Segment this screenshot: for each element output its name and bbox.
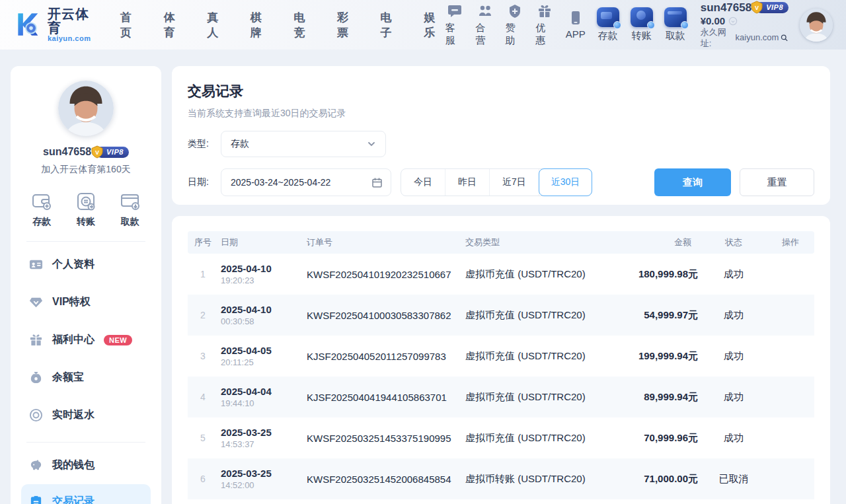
time-value: 14:52:00 xyxy=(221,480,254,490)
col-amount: 金额 xyxy=(598,236,701,248)
row-amount: 54,999.97元 xyxy=(598,309,701,322)
nav-live[interactable]: 真人 xyxy=(207,10,229,40)
reset-button[interactable]: 重置 xyxy=(740,168,814,196)
topbar: 开云体育 kaiyun.com 首页 体育 真人 棋牌 电竞 彩票 电子 娱乐 … xyxy=(0,0,846,50)
row-index: 3 xyxy=(188,351,218,361)
customer-service-button[interactable]: 客服 xyxy=(445,3,464,47)
type-select-value: 存款 xyxy=(231,138,249,150)
type-select[interactable]: 存款 xyxy=(221,131,386,157)
date-range-picker[interactable] xyxy=(221,168,391,196)
deposit-icon xyxy=(597,7,619,27)
row-date: 2025-04-0419:44:10 xyxy=(218,386,304,408)
sidebar-item-wallet-label: 我的钱包 xyxy=(52,458,95,472)
time-value: 19:20:23 xyxy=(221,275,254,285)
sponsor-label: 赞助 xyxy=(506,22,524,47)
partners-label: 合营 xyxy=(475,22,494,47)
sidebar-item-transaction-records[interactable]: 交易记录 xyxy=(21,484,151,504)
records-table-panel: 序号 日期 订单号 交易类型 金额 状态 操作 1 2025-04-1019:2… xyxy=(172,216,830,504)
app-download-button[interactable]: APP xyxy=(566,10,586,40)
sidebar-avatar[interactable] xyxy=(58,81,114,136)
svg-text:V: V xyxy=(755,5,759,11)
sidebar-vip-level: VIP8 xyxy=(106,148,124,156)
nav-sports[interactable]: 体育 xyxy=(164,10,186,40)
table-row: 1 2025-04-1019:20:23 KWSF202504101920232… xyxy=(188,254,814,295)
sidebar-transfer-button[interactable]: 转账 xyxy=(75,192,96,228)
col-action: 操作 xyxy=(767,236,814,248)
avatar[interactable] xyxy=(800,9,833,42)
row-index: 5 xyxy=(188,433,218,443)
nav-esports[interactable]: 电竞 xyxy=(293,10,315,40)
vip-shield-icon: V xyxy=(91,145,104,159)
withdraw-button[interactable]: 取款 xyxy=(664,7,687,42)
row-status: 成功 xyxy=(701,432,767,445)
row-date: 2025-04-1000:30:58 xyxy=(218,304,304,326)
sidebar-quick-actions: 存款 转账 取款 xyxy=(11,192,161,228)
username: sun47658 xyxy=(701,1,752,15)
date-value: 2025-03-25 xyxy=(221,468,272,479)
refresh-balance-icon[interactable] xyxy=(728,17,738,26)
nav-home[interactable]: 首页 xyxy=(120,10,142,40)
deposit-button[interactable]: 存款 xyxy=(597,7,619,42)
sidebar-item-welfare[interactable]: 福利中心 NEW xyxy=(21,321,151,359)
col-status: 状态 xyxy=(701,236,767,248)
row-order-no: KWSF202503251452006845854 xyxy=(304,474,463,485)
search-icon[interactable] xyxy=(781,34,788,42)
sidebar-menu: 个人资料 VIP特权 福利中心 NEW 余额宝 xyxy=(11,246,161,434)
sidebar-item-vip[interactable]: VIP特权 xyxy=(21,283,151,321)
preset-30days-button[interactable]: 近30日 xyxy=(539,168,593,196)
vip-badge: V VIP8 xyxy=(755,2,788,13)
time-value: 19:44:10 xyxy=(221,398,254,408)
table-row: 6 2025-03-2514:52:00 KWSF202503251452006… xyxy=(188,458,814,499)
main-content: 交易记录 当前系统支持查询最近30日的交易记录 类型: 存款 日期: 今日 昨日 xyxy=(172,66,830,504)
sidebar-item-profile[interactable]: 个人资料 xyxy=(21,246,151,283)
brand-logo[interactable]: 开云体育 kaiyun.com xyxy=(12,7,102,43)
transfer-label: 转账 xyxy=(632,30,652,42)
partners-icon xyxy=(477,3,493,19)
welfare-gift-icon xyxy=(29,333,43,347)
sidebar-item-welfare-label: 福利中心 xyxy=(52,333,95,347)
sidebar: sun47658 V VIP8 加入开云体育第160天 存款 xyxy=(11,66,161,504)
table-header: 序号 日期 订单号 交易类型 金额 状态 操作 xyxy=(188,231,814,254)
date-range-input[interactable] xyxy=(231,177,371,188)
table-row: 4 2025-04-0419:44:10 KJSF202504041944105… xyxy=(188,377,814,417)
permanent-url: kaiyun.com xyxy=(736,32,779,43)
row-type: 虚拟币充值 (USDT/TRC20) xyxy=(463,391,598,404)
row-order-no: KWSF202503251453375190995 xyxy=(304,433,463,444)
vip-diamond-icon xyxy=(29,295,43,309)
preset-7days-button[interactable]: 近7日 xyxy=(490,169,539,196)
nav-chess[interactable]: 棋牌 xyxy=(250,10,272,40)
preset-today-button[interactable]: 今日 xyxy=(401,169,445,196)
col-index: 序号 xyxy=(188,236,218,248)
promo-label: 优惠 xyxy=(535,22,554,47)
date-value: 2025-04-04 xyxy=(221,386,272,397)
preset-yesterday-button[interactable]: 昨日 xyxy=(445,169,490,196)
sidebar-item-wallet[interactable]: 我的钱包 xyxy=(21,447,151,484)
card-icon xyxy=(120,192,141,211)
app-label: APP xyxy=(566,28,586,40)
vip-level: VIP8 xyxy=(766,3,783,13)
row-status: 成功 xyxy=(701,309,767,322)
deposit-label: 存款 xyxy=(598,30,618,42)
sidebar-divider xyxy=(26,241,145,242)
row-index: 4 xyxy=(188,392,218,402)
row-date: 2025-03-2514:53:37 xyxy=(218,427,304,449)
transfer-button[interactable]: 转账 xyxy=(631,7,653,42)
partners-button[interactable]: 合营 xyxy=(475,3,494,47)
sidebar-item-rebate[interactable]: 实时返水 xyxy=(21,396,151,434)
promo-button[interactable]: 优惠 xyxy=(535,3,554,47)
nav-lottery[interactable]: 彩票 xyxy=(337,10,359,40)
row-amount: 70,999.96元 xyxy=(598,432,701,445)
row-status: 成功 xyxy=(701,268,767,281)
sponsor-button[interactable]: 赞助 xyxy=(506,3,524,47)
page-subtitle: 当前系统支持查询最近30日的交易记录 xyxy=(188,108,814,120)
id-card-icon xyxy=(29,258,43,271)
nav-slots[interactable]: 电子 xyxy=(381,10,403,40)
sidebar-divider-2 xyxy=(26,442,145,443)
search-button[interactable]: 查询 xyxy=(654,168,731,196)
sidebar-withdraw-button[interactable]: 取款 xyxy=(120,192,141,228)
sidebar-deposit-button[interactable]: 存款 xyxy=(31,192,52,228)
table-row: 3 2025-04-0520:11:25 KJSF202504052011257… xyxy=(188,336,814,377)
date-range-presets: 今日 昨日 近7日 近30日 xyxy=(401,168,592,196)
nav-entertainment[interactable]: 娱乐 xyxy=(424,10,445,40)
sidebar-item-yuebao[interactable]: 余额宝 xyxy=(21,359,151,396)
